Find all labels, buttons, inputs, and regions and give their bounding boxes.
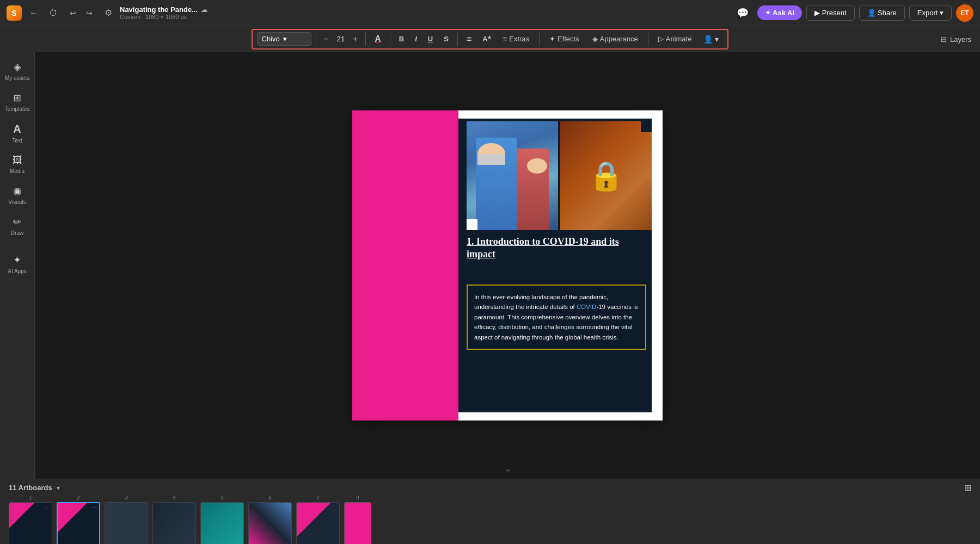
user-share-chevron: ▾ [715,35,719,44]
draw-label: Draw [11,230,23,236]
sidebar-item-my-assets[interactable]: ◈ My assets [2,57,33,85]
ask-ai-button[interactable]: ✦ Ask AI [757,5,802,20]
present-button[interactable]: ▶ Present [806,5,854,21]
align-button[interactable]: ≡ [462,32,476,46]
chat-button[interactable]: 💬 [732,5,753,21]
animate-button[interactable]: ▷ Animate [653,33,697,45]
slide-title[interactable]: 1. Introduction to COVID-19 and its impa… [467,236,649,261]
templates-icon: ⊞ [13,92,21,104]
top-bar-right: 💬 ✦ Ask AI ▶ Present 👤 Share Export ▾ ET [732,4,973,22]
ai-apps-label: AI Apps [8,268,26,274]
italic-button[interactable]: I [411,33,421,45]
underline-button[interactable]: U [424,33,437,45]
font-name-text: Chivo [262,35,280,43]
strikethrough-button[interactable]: S [439,33,453,45]
bold-button[interactable]: B [395,33,408,45]
thumb-item-5[interactable]: 5 [200,496,244,544]
thumb-item-3[interactable]: 3 [105,496,148,544]
sidebar-item-text[interactable]: A Text [2,119,33,148]
thumb-item-2[interactable]: 2 ⋯ [57,496,100,544]
font-size-decrease[interactable]: − [321,33,332,45]
my-assets-label: My assets [5,75,29,81]
thumb-4-img[interactable] [152,502,196,544]
app-logo: S [7,5,22,21]
back-button[interactable]: ← [26,6,41,20]
animate-label: Animate [666,35,692,43]
thumb-7-num: 7 [316,496,320,500]
artboards-chevron[interactable]: ▾ [57,484,60,492]
sidebar-divider [7,245,28,245]
thumb-1-num: 1 [29,496,32,500]
share-button[interactable]: 👤 Share [859,5,905,21]
thumb-item-8[interactable]: 8 [344,496,371,544]
effects-sparkle-icon: ✦ [549,35,555,43]
top-bar: S ← ⏱ ↩ ↪ ⚙ Navigating the Pande... ☁ Cu… [0,0,980,26]
thumb-8-img-partial[interactable] [344,502,371,544]
thumb-6-img[interactable] [248,502,292,544]
layers-panel-button[interactable]: ⊟ Layers [941,35,971,43]
text-label: Text [12,138,22,144]
slide-image-people[interactable] [467,121,558,230]
font-color-button[interactable]: A [370,32,385,46]
thumb-item-4[interactable]: 4 [152,496,196,544]
appearance-label: Appearance [600,35,638,43]
doc-size: Custom · 1080 × 1080 px [120,14,207,20]
sidebar-item-ai-apps[interactable]: ✦ AI Apps [2,250,33,279]
sidebar-item-visuals[interactable]: ◉ Visuals [2,181,33,209]
slide-canvas[interactable]: 🔒 1. Introduction to COVID-19 and its im… [352,110,663,421]
appearance-button[interactable]: ◈ Appearance [587,33,644,45]
font-size-control: − 21 + [321,33,362,45]
slide-pink-background [352,110,461,421]
appearance-icon: ◈ [592,35,598,43]
user-share-button[interactable]: 👤 ▾ [699,33,723,46]
scroll-indicator[interactable]: ⌄ [504,462,512,474]
thumb-1-img[interactable]: ⋯ [9,502,52,544]
thumb-item-7[interactable]: 7 [296,496,340,544]
slide-text-box[interactable]: In this ever-evolving landscape of the p… [467,285,646,350]
left-sidebar: ◈ My assets ⊞ Templates A Text 🖼 Media ◉… [0,52,35,479]
slide-image-padlock[interactable]: 🔒 [560,121,652,230]
layers-label: Layers [950,35,971,43]
animate-play-icon: ▷ [658,35,664,43]
cloud-icon: ☁ [201,6,207,14]
top-bar-left: S ← ⏱ ↩ ↪ ⚙ Navigating the Pande... ☁ Cu… [7,5,207,21]
undo-button[interactable]: ↩ [65,7,81,20]
user-icon: 👤 [703,35,713,44]
export-button[interactable]: Export ▾ [909,5,952,21]
main-area: ◈ My assets ⊞ Templates A Text 🖼 Media ◉… [0,52,980,479]
text-size-button[interactable]: Aᴬ [478,33,495,45]
redo-button[interactable]: ↪ [82,7,97,20]
avatar[interactable]: ET [956,4,973,22]
extras-button[interactable]: ≡ Extras [498,33,535,45]
extras-icon: ≡ [503,35,507,43]
artboards-grid-button[interactable]: ⊞ [964,483,971,493]
visuals-icon: ◉ [13,185,22,197]
settings-button[interactable]: ⚙ [101,5,115,20]
thumb-5-num: 5 [220,496,224,500]
thumb-item-6[interactable]: 6 [248,496,292,544]
sidebar-item-templates[interactable]: ⊞ Templates [2,88,33,116]
thumb-7-img[interactable] [296,502,340,544]
thumb-2-more-btn[interactable]: ⋯ [93,504,98,510]
thumb-3-num: 3 [125,496,128,500]
thumb-5-img[interactable] [200,502,244,544]
canvas-area[interactable]: 🔒 1. Introduction to COVID-19 and its im… [35,52,980,479]
doc-name-text: Navigating the Pande... [120,5,198,14]
font-size-value: 21 [334,35,347,43]
effects-button[interactable]: ✦ Effects [544,33,585,45]
text-toolbar: Chivo ▾ − 21 + A B I U S ≡ Aᴬ ≡ Extras [252,29,729,50]
covid-link[interactable]: COVID [577,304,596,310]
doc-name: Navigating the Pande... ☁ [120,5,207,14]
sidebar-item-draw[interactable]: ✏ Draw [2,212,33,240]
thumb-2-img[interactable]: ⋯ [57,502,100,544]
history-button[interactable]: ⏱ [46,6,61,20]
sidebar-item-media[interactable]: 🖼 Media [2,150,33,178]
font-family-selector[interactable]: Chivo ▾ [257,32,311,46]
thumb-6-num: 6 [268,496,272,500]
draw-icon: ✏ [13,216,21,228]
thumb-2-num: 2 [77,496,80,500]
thumb-3-img[interactable] [105,502,148,544]
font-selector-chevron: ▾ [283,35,287,43]
font-size-increase[interactable]: + [350,33,361,45]
thumb-item-1[interactable]: 1 ⋯ [9,496,52,544]
